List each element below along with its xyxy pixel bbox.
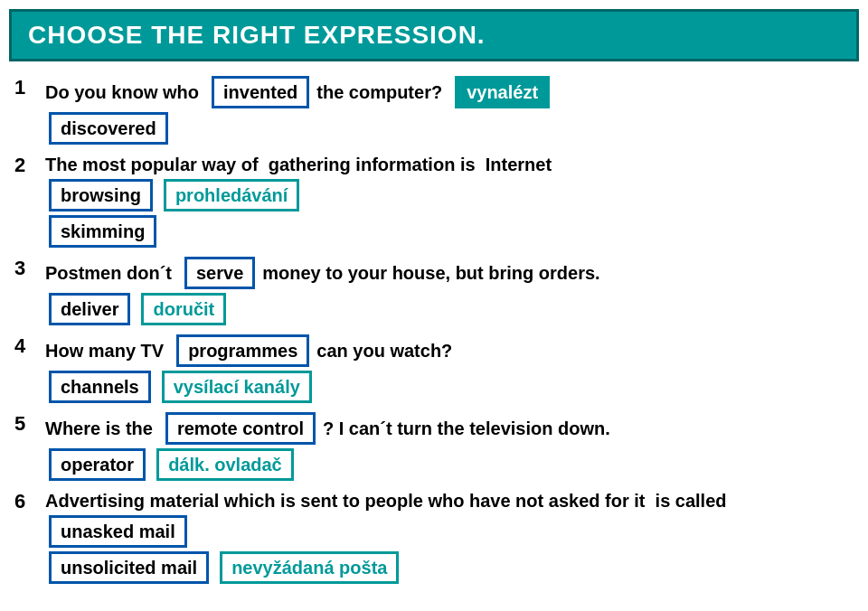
q2-sub1: browsing prohledávání bbox=[45, 177, 557, 213]
q6-sub2: unsolicited mail nevyžádaná pošta bbox=[45, 550, 732, 586]
q3-sub: deliver doručit bbox=[45, 291, 606, 327]
question-1: 1 Do you know who invented the computer?… bbox=[14, 74, 854, 146]
q1-text2: the computer? bbox=[316, 80, 442, 105]
q2-sub2: skimming bbox=[45, 213, 557, 249]
q5-num: 5 bbox=[14, 410, 40, 436]
q5-text1: Where is the bbox=[45, 416, 153, 441]
q3-num: 3 bbox=[14, 255, 40, 280]
question-2: 2 The most popular way of gathering info… bbox=[14, 152, 854, 249]
question-6: 6 Advertising material which is sent to … bbox=[14, 488, 854, 586]
q6-sub1: unasked mail bbox=[45, 513, 732, 550]
q4-box-programmes: programmes bbox=[176, 334, 309, 367]
q2-box-browsing: browsing bbox=[49, 179, 153, 212]
q4-main: How many TV programmes can you watch? bbox=[45, 333, 458, 369]
q4-text1: How many TV bbox=[45, 338, 164, 363]
q3-text1: Postmen don´t bbox=[45, 260, 172, 286]
q5-box-operator: operator bbox=[49, 448, 146, 481]
q2-text: The most popular way of gathering inform… bbox=[45, 152, 552, 177]
q5-box-dalk: dálk. ovladač bbox=[156, 448, 294, 481]
q6-box-unasked: unasked mail bbox=[49, 515, 187, 548]
q3-box-dorucit: doručit bbox=[141, 293, 226, 325]
question-5: 5 Where is the remote control ? I can´t … bbox=[14, 410, 854, 483]
q4-box-channels: channels bbox=[49, 371, 151, 403]
q5-main: Where is the remote control ? I can´t tu… bbox=[45, 410, 616, 446]
q3-box-deliver: deliver bbox=[49, 293, 130, 325]
q5-sub: operator dálk. ovladač bbox=[45, 446, 616, 483]
q5-text2: ? I can´t turn the television down. bbox=[323, 416, 610, 441]
q6-main: Advertising material which is sent to pe… bbox=[45, 488, 732, 513]
q1-box-invented: invented bbox=[212, 76, 309, 108]
q3-main: Postmen don´t serve money to your house,… bbox=[45, 255, 606, 291]
q6-text: Advertising material which is sent to pe… bbox=[45, 488, 727, 513]
q6-box-nevyzadana: nevyžádaná pošta bbox=[220, 551, 399, 584]
q6-num: 6 bbox=[14, 488, 40, 513]
q1-sub: discovered bbox=[45, 110, 553, 146]
questions-area: 1 Do you know who invented the computer?… bbox=[9, 74, 859, 586]
question-4: 4 How many TV programmes can you watch? … bbox=[14, 333, 854, 405]
q6-box-unsolicited: unsolicited mail bbox=[49, 551, 209, 584]
q3-box-serve: serve bbox=[184, 257, 255, 289]
q4-text2: can you watch? bbox=[316, 338, 452, 363]
q2-box-prohledávání: prohledávání bbox=[164, 179, 299, 212]
title-text: CHOOSE THE RIGHT EXPRESSION. bbox=[28, 21, 486, 49]
q1-box-vynalézt: vynalézt bbox=[455, 76, 550, 108]
question-3: 3 Postmen don´t serve money to your hous… bbox=[14, 255, 854, 327]
q4-box-vysilaci: vysílací kanály bbox=[162, 371, 312, 403]
q2-main: The most popular way of gathering inform… bbox=[45, 152, 557, 177]
q1-box-discovered: discovered bbox=[49, 112, 168, 145]
q4-sub: channels vysílací kanály bbox=[45, 369, 458, 405]
q2-box-skimming: skimming bbox=[49, 215, 156, 248]
q1-main: Do you know who invented the computer? v… bbox=[45, 74, 553, 110]
title-box: CHOOSE THE RIGHT EXPRESSION. bbox=[9, 9, 859, 61]
q1-num: 1 bbox=[14, 74, 40, 99]
q2-num: 2 bbox=[14, 152, 40, 177]
q5-box-remote: remote control bbox=[165, 412, 316, 445]
q4-num: 4 bbox=[14, 333, 40, 358]
q3-text2: money to your house, but bring orders. bbox=[262, 260, 599, 286]
q1-text1: Do you know who bbox=[45, 80, 199, 105]
page: CHOOSE THE RIGHT EXPRESSION. 1 Do you kn… bbox=[0, 0, 868, 611]
